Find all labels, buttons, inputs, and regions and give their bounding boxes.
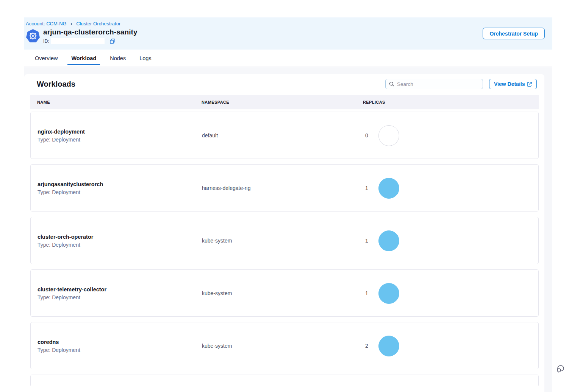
workload-namespace: harness-delegate-ng xyxy=(202,185,250,191)
workload-name-cell: arjunqasanityclusterorch Type: Deploymen… xyxy=(38,181,103,195)
replicas-status-circle xyxy=(378,230,399,251)
kubernetes-icon xyxy=(26,29,40,43)
workload-name: cluster-telemetry-collector xyxy=(38,286,106,292)
replicas-status-circle xyxy=(378,336,399,356)
workload-replicas-count: 2 xyxy=(365,343,368,349)
cluster-header: Account: CCM-NG › Cluster Orchestrator xyxy=(24,17,552,50)
breadcrumb-page-link[interactable]: Cluster Orchestrator xyxy=(76,21,120,26)
workload-namespace: kube-system xyxy=(202,343,232,349)
table-row[interactable]: arjunqasanityclusterorch Type: Deploymen… xyxy=(30,164,539,212)
workload-name: coredns xyxy=(38,339,80,345)
view-details-button[interactable]: View Details xyxy=(489,79,537,89)
workload-name: nginx-deployment xyxy=(38,128,85,134)
view-details-label: View Details xyxy=(494,81,525,87)
workload-type: Type: Deployment xyxy=(38,136,85,142)
cluster-id-redacted-value xyxy=(51,38,105,44)
table-header-row: NAME NAMESPACE REPLICAS xyxy=(30,95,539,109)
column-header-namespace: NAMESPACE xyxy=(202,95,229,109)
workload-name-cell: coredns Type: Deployment xyxy=(38,339,80,353)
workload-namespace: default xyxy=(202,132,218,138)
column-header-replicas: REPLICAS xyxy=(363,95,385,109)
tab-logs[interactable]: Logs xyxy=(135,50,156,67)
table-row[interactable]: coredns Type: Deployment kube-system 2 xyxy=(30,322,539,369)
chat-icon[interactable] xyxy=(555,363,566,374)
chevron-right-icon: › xyxy=(70,21,72,26)
replicas-status-circle xyxy=(378,125,399,146)
workload-type: Type: Deployment xyxy=(38,294,106,300)
workload-name: cluster-orch-operator xyxy=(38,233,93,240)
replicas-status-circle xyxy=(378,178,399,199)
copy-icon[interactable] xyxy=(110,39,115,44)
table-row[interactable]: cluster-orch-operator Type: Deployment k… xyxy=(30,217,539,264)
tab-bar: Overview Workload Nodes Logs xyxy=(24,50,552,67)
table-row[interactable]: nginx-deployment Type: Deployment defaul… xyxy=(30,112,539,159)
main-content: Workloads View Details xyxy=(24,67,552,392)
workload-type: Type: Deployment xyxy=(38,347,80,353)
workloads-panel-header: Workloads View Details xyxy=(24,74,544,95)
tab-overview[interactable]: Overview xyxy=(30,50,62,67)
orchestrator-setup-button[interactable]: Orchestrator Setup xyxy=(483,28,545,39)
workload-replicas-count: 1 xyxy=(365,185,368,191)
workload-name-cell: cluster-telemetry-collector Type: Deploy… xyxy=(38,286,106,300)
workload-replicas-count: 0 xyxy=(365,132,368,138)
workloads-searchbox xyxy=(385,79,483,89)
cluster-id-label: ID: xyxy=(43,39,49,44)
breadcrumb-account-link[interactable]: Account: CCM-NG xyxy=(26,21,67,26)
workload-name-cell: nginx-deployment Type: Deployment xyxy=(38,128,85,142)
cluster-title-row: arjun-qa-clusterorch-sanity ID: xyxy=(26,28,138,44)
cluster-orchestrator-page: Account: CCM-NG › Cluster Orchestrator xyxy=(24,17,552,392)
workload-type: Type: Deployment xyxy=(38,189,103,195)
workload-namespace: kube-system xyxy=(202,238,232,244)
cluster-id-row: ID: xyxy=(43,38,138,44)
workload-namespace: kube-system xyxy=(202,290,232,296)
page-title: arjun-qa-clusterorch-sanity xyxy=(43,28,138,36)
cluster-title-block: arjun-qa-clusterorch-sanity ID: xyxy=(43,28,138,44)
external-link-icon xyxy=(527,82,532,87)
table-row[interactable]: cluster-telemetry-collector Type: Deploy… xyxy=(30,269,539,317)
column-header-name: NAME xyxy=(37,95,50,109)
table-row[interactable] xyxy=(30,375,539,386)
search-input[interactable] xyxy=(397,81,479,87)
workloads-table-body: nginx-deployment Type: Deployment defaul… xyxy=(30,112,539,391)
workload-name: arjunqasanityclusterorch xyxy=(38,181,103,187)
workload-name-cell: cluster-orch-operator Type: Deployment xyxy=(38,233,93,247)
workload-type: Type: Deployment xyxy=(38,241,93,247)
tab-workload[interactable]: Workload xyxy=(67,50,101,67)
app-window: Account: CCM-NG › Cluster Orchestrator xyxy=(0,0,569,392)
tab-nodes[interactable]: Nodes xyxy=(105,50,130,67)
workloads-panel: Workloads View Details xyxy=(24,74,544,392)
workloads-title: Workloads xyxy=(37,80,75,89)
workload-replicas-count: 1 xyxy=(365,238,368,244)
workload-replicas-count: 1 xyxy=(365,290,368,296)
replicas-status-circle xyxy=(378,283,399,304)
breadcrumb: Account: CCM-NG › Cluster Orchestrator xyxy=(26,21,120,26)
search-icon xyxy=(389,81,394,87)
